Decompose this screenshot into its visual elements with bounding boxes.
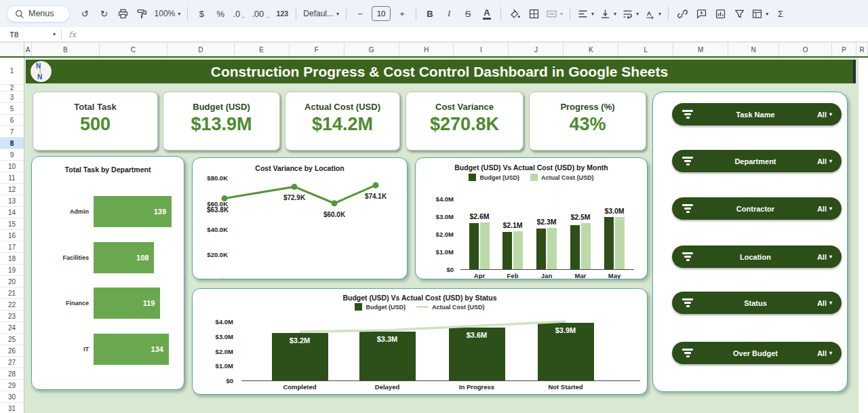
format-percent-button[interactable]: % (212, 5, 229, 23)
more-formats-button[interactable]: 123 (273, 5, 291, 23)
font-select[interactable]: Defaul...▾ (301, 5, 341, 23)
text-rotation-button[interactable]: A▾ (642, 5, 663, 23)
chart-card-budget-vs-actual-by-month[interactable]: Budget (USD) Vs Actual Cost (USD) by Mon… (415, 157, 648, 279)
font-select-label: Defaul... (303, 9, 334, 18)
row-header-1[interactable]: 1 (0, 58, 24, 85)
toolbar-divider (187, 7, 188, 20)
vertical-align-button[interactable]: ▾ (597, 5, 618, 23)
fill-color-button[interactable] (506, 5, 524, 23)
row-header-20[interactable]: 20 (0, 276, 24, 288)
format-currency-button[interactable]: $ (193, 5, 210, 23)
filter-icon (682, 110, 694, 119)
print-button[interactable] (115, 5, 132, 23)
row-header-11[interactable]: 11 (0, 172, 24, 184)
column-header-I[interactable]: I (454, 42, 509, 56)
redo-button[interactable]: ↻ (96, 5, 113, 23)
decrease-font-size-button[interactable]: − (351, 5, 369, 23)
legend-swatch (469, 174, 476, 181)
filter-views-button[interactable]: ▾ (749, 5, 770, 23)
toolbar-divider (346, 7, 347, 20)
row-header-6[interactable]: 6 (0, 115, 24, 126)
column-header-G[interactable]: G (344, 42, 399, 56)
menus-button[interactable]: Menus (7, 5, 70, 22)
column-header-F[interactable]: F (290, 42, 344, 56)
row-header-8[interactable]: 8 (0, 138, 24, 149)
row-header-3[interactable]: 3 (0, 92, 24, 103)
paint-format-button[interactable] (134, 5, 151, 23)
bar-actual (581, 223, 591, 269)
row-header-13[interactable]: 13 (0, 195, 24, 207)
column-header-A[interactable]: A (24, 42, 32, 56)
row-header-2[interactable]: 2 (0, 85, 24, 92)
column-header-K[interactable]: K (564, 42, 618, 56)
insert-comment-button[interactable] (692, 5, 710, 23)
filter-slicer-status[interactable]: StatusAll▾ (672, 292, 842, 314)
row-header-15[interactable]: 15 (0, 218, 24, 230)
insert-link-button[interactable] (673, 5, 691, 23)
select-all-corner[interactable] (0, 42, 24, 56)
row-header-12[interactable]: 12 (0, 184, 24, 195)
row-header-27[interactable]: 27 (0, 357, 24, 368)
row-header-10[interactable]: 10 (0, 161, 24, 172)
name-box[interactable]: T8 ▾ (0, 31, 61, 39)
row-header-29[interactable]: 29 (0, 380, 24, 391)
filter-button[interactable] (730, 5, 748, 23)
column-header-O[interactable]: O (779, 42, 832, 56)
row-header-19[interactable]: 19 (0, 264, 24, 276)
kpi-card-budget-usd-: Budget (USD)$13.9M (163, 92, 280, 151)
row-header-14[interactable]: 14 (0, 207, 24, 218)
chart-card-total-task-by-department[interactable]: Total Task by Department Admin139Facilit… (31, 156, 184, 390)
chart-card-cost-variance-by-location[interactable]: Cost Variance by Location $80.0K$60.0K$4… (192, 157, 408, 279)
column-header-H[interactable]: H (399, 42, 454, 56)
filter-slicer-location[interactable]: LocationAll▾ (672, 245, 842, 268)
borders-button[interactable] (525, 5, 542, 23)
column-header-J[interactable]: J (509, 42, 564, 56)
row-header-26[interactable]: 26 (0, 345, 24, 357)
zoom-select[interactable]: 100%▾ (153, 5, 183, 23)
row-header-24[interactable]: 24 (0, 322, 24, 334)
strikethrough-button[interactable]: S (459, 5, 477, 23)
row-header-16[interactable]: 16 (0, 230, 24, 241)
row-header-5[interactable]: 5 (0, 103, 24, 115)
decrease-decimal-button[interactable]: .0← (231, 5, 248, 23)
column-header-N[interactable]: N (728, 42, 779, 56)
filter-slicer-contractor[interactable]: ContractorAll▾ (672, 197, 842, 220)
increase-decimal-button[interactable]: .00→ (250, 5, 272, 23)
row-header-7[interactable]: 7 (0, 126, 24, 138)
text-wrap-button[interactable]: ▾ (620, 5, 641, 23)
bold-button[interactable]: B (421, 5, 439, 23)
sheet-grid[interactable]: N t N Construction Progress & Cost Contr… (24, 58, 868, 413)
column-header-R[interactable]: R (856, 42, 868, 56)
row-header-23[interactable]: 23 (0, 311, 24, 322)
row-header-31[interactable]: 31 (0, 403, 24, 413)
filter-slicer-task-name[interactable]: Task NameAll▾ (672, 103, 842, 125)
row-header-25[interactable]: 25 (0, 334, 24, 345)
filter-panel: Task NameAll▾DepartmentAll▾ContractorAll… (652, 92, 848, 392)
row-header-22[interactable]: 22 (0, 299, 24, 311)
functions-button[interactable]: Σ (772, 5, 789, 23)
text-color-button[interactable]: A (478, 5, 496, 23)
row-header-28[interactable]: 28 (0, 368, 24, 380)
formula-input[interactable] (83, 27, 868, 41)
row-header-30[interactable]: 30 (0, 391, 24, 403)
font-size-input[interactable]: 10 (372, 6, 391, 21)
row-header-18[interactable]: 18 (0, 253, 24, 264)
column-header-D[interactable]: D (167, 42, 235, 56)
undo-button[interactable]: ↺ (77, 5, 94, 23)
column-header-P[interactable]: P (832, 42, 856, 56)
filter-slicer-department[interactable]: DepartmentAll▾ (672, 150, 842, 172)
insert-chart-button[interactable] (711, 5, 729, 23)
column-header-C[interactable]: C (100, 42, 167, 56)
column-header-B[interactable]: B (32, 42, 100, 56)
row-header-17[interactable]: 17 (0, 241, 24, 253)
italic-button[interactable]: I (440, 5, 458, 23)
row-header-21[interactable]: 21 (0, 288, 24, 299)
column-header-L[interactable]: L (618, 42, 673, 56)
row-header-9[interactable]: 9 (0, 149, 24, 161)
chart-card-budget-vs-actual-by-status[interactable]: Budget (USD) Vs Actual Cost (USD) by Sta… (192, 288, 648, 395)
increase-font-size-button[interactable]: + (393, 5, 411, 23)
filter-slicer-over-budget[interactable]: Over BudgetAll▾ (672, 342, 842, 364)
horizontal-align-button[interactable]: ▾ (575, 5, 596, 23)
column-header-E[interactable]: E (235, 42, 290, 56)
column-header-M[interactable]: M (673, 42, 728, 56)
